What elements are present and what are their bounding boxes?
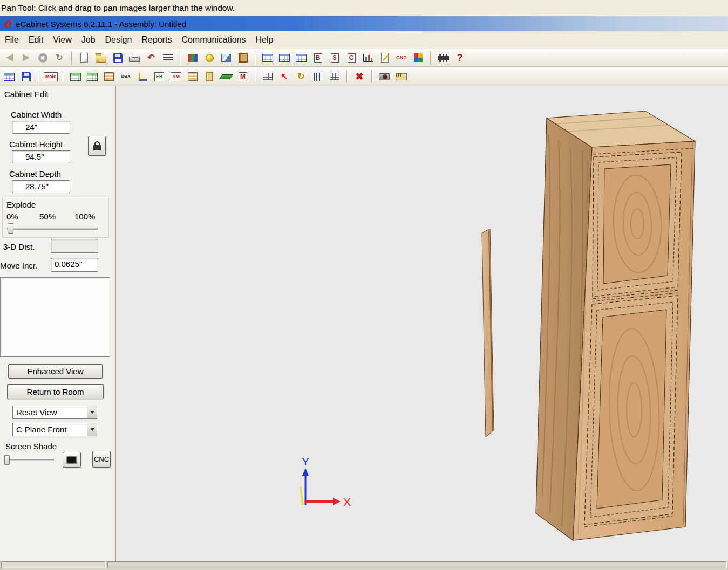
dimension-settings-icon[interactable] [161, 51, 175, 65]
pattern-grid-icon[interactable] [328, 70, 342, 84]
section-lines-icon[interactable] [311, 70, 325, 84]
snapshot-icon[interactable] [377, 70, 391, 84]
save-assembly-icon[interactable] [19, 70, 33, 84]
cabinet-3d-model[interactable] [536, 111, 695, 540]
status-bar [0, 561, 728, 570]
return-to-room-button[interactable]: Return to Room [7, 384, 104, 399]
menu-file[interactable]: File [0, 33, 24, 47]
toolbar-separator [346, 70, 348, 83]
forward-icon[interactable] [19, 51, 33, 65]
refresh-icon[interactable]: ↻ [52, 51, 66, 65]
viewport-3d[interactable]: Y X [117, 86, 728, 561]
screen-shade-button[interactable] [63, 452, 81, 468]
screen-shade-label: Screen Shade [5, 442, 57, 451]
explode-slider-track[interactable] [7, 228, 98, 230]
cutlist-report-icon[interactable] [261, 51, 275, 65]
dbx-export-icon[interactable]: DBX [119, 70, 133, 84]
menu-edit[interactable]: Edit [24, 33, 49, 47]
cnc-button[interactable]: CNC [92, 451, 111, 468]
edge-banding-icon[interactable]: EB [152, 70, 166, 84]
menu-help[interactable]: Help [251, 33, 278, 47]
cnc-grid-icon[interactable] [261, 70, 275, 84]
toolbar-separator [255, 51, 256, 64]
cabinet-depth-input[interactable]: 28.75" [12, 180, 70, 193]
door-tool-icon[interactable] [202, 70, 216, 84]
axis-indicator: Y X [301, 455, 351, 508]
toolbar-separator [180, 51, 181, 64]
laminate-icon[interactable] [219, 51, 233, 65]
move-incr-input[interactable]: 0.0625" [51, 258, 98, 272]
open-file-icon[interactable] [94, 51, 108, 65]
face-frame-icon[interactable] [135, 70, 149, 84]
screen-shade-thumb[interactable] [4, 455, 10, 465]
lock-icon [94, 141, 100, 145]
screen-shade-track[interactable] [4, 459, 54, 461]
assembly-file-icon[interactable] [85, 70, 99, 84]
save-icon[interactable] [111, 51, 125, 65]
cutting-diagram-icon[interactable]: C [344, 51, 358, 65]
stop-icon[interactable]: ✖ [36, 51, 50, 65]
cplane-dropdown[interactable]: C-Plane Front [12, 423, 97, 436]
job-summary-report-icon[interactable] [294, 51, 308, 65]
axis-x-label: X [343, 496, 351, 508]
exploded-panel[interactable] [482, 229, 494, 437]
parts-listbox[interactable] [0, 277, 110, 357]
status-cell-main [107, 561, 727, 568]
app-window: Pan Tool: Click and drag to pan images l… [0, 0, 728, 570]
status-cell-left [1, 561, 106, 568]
measure-icon[interactable] [394, 70, 408, 84]
menu-job[interactable]: Job [77, 33, 100, 47]
material-report-icon[interactable] [277, 51, 291, 65]
material-manager-icon[interactable]: M [236, 70, 250, 84]
cabinet-height-input[interactable]: 94.5" [12, 150, 70, 163]
menu-reports[interactable]: Reports [137, 33, 176, 47]
cabinet-file-icon[interactable] [69, 70, 83, 84]
new-file-icon[interactable] [77, 51, 91, 65]
explode-tick-100: 100% [74, 212, 95, 221]
cabinet-library-icon[interactable] [236, 51, 250, 65]
materials-icon[interactable] [186, 51, 200, 65]
print-icon[interactable] [127, 51, 141, 65]
title-bar[interactable]: e eCabinet Systems 6.2.11.1 - Assembly: … [0, 16, 728, 31]
menu-view[interactable]: View [48, 33, 76, 47]
chevron-down-icon[interactable] [87, 406, 97, 418]
main-page-icon[interactable]: Main [44, 70, 58, 84]
drawer-stack-icon[interactable] [102, 70, 116, 84]
lock-proportions-button[interactable] [88, 136, 106, 156]
board-stock-icon[interactable] [219, 70, 233, 84]
toolbar-separator [371, 70, 372, 83]
graph-icon[interactable] [361, 51, 375, 65]
menu-communications[interactable]: Communications [176, 33, 250, 47]
rotate-icon[interactable]: ↻ [294, 70, 308, 84]
enhanced-view-button[interactable]: Enhanced View [8, 364, 103, 379]
undo-icon[interactable]: ↶ [144, 51, 158, 65]
pick-point-icon[interactable]: ↖ [277, 70, 291, 84]
tool-hint-text: Pan Tool: Click and drag to pan images l… [1, 3, 235, 12]
nest-layout-icon[interactable] [411, 51, 425, 65]
sheet-goods-icon[interactable] [2, 70, 16, 84]
panel-title: Cabinet Edit [4, 90, 49, 99]
batch-processing-icon[interactable] [436, 51, 450, 65]
toolbar-separator [38, 70, 39, 83]
cabinet-depth-label: Cabinet Depth [9, 169, 61, 178]
cnc-output-icon[interactable]: CNC [394, 51, 409, 65]
shelf-tool-icon[interactable] [186, 70, 200, 84]
cabinet-width-input[interactable]: 24" [12, 121, 70, 134]
edit-report-icon[interactable] [378, 51, 392, 65]
chevron-down-icon[interactable] [87, 423, 97, 436]
delete-icon[interactable]: ✖ [352, 70, 366, 84]
bid-report-icon[interactable]: B [311, 51, 325, 65]
hardware-icon[interactable] [202, 51, 216, 65]
menu-design[interactable]: Design [100, 33, 137, 47]
toolbar-separator [255, 70, 256, 83]
auto-mill-icon[interactable]: AM [169, 70, 183, 84]
monitor-icon [66, 456, 77, 464]
help-icon[interactable]: ? [453, 51, 467, 65]
3d-dist-label: 3-D Dist. [3, 242, 35, 251]
secondary-toolbar: MainDBXEBAMM↖↻✖ [0, 67, 728, 86]
explode-slider-thumb[interactable] [8, 223, 13, 234]
viewport-drawing: Y X [117, 86, 728, 561]
back-icon[interactable] [2, 51, 16, 65]
view-preset-dropdown[interactable]: Reset View [12, 406, 97, 419]
cost-report-icon[interactable]: $ [328, 51, 342, 65]
